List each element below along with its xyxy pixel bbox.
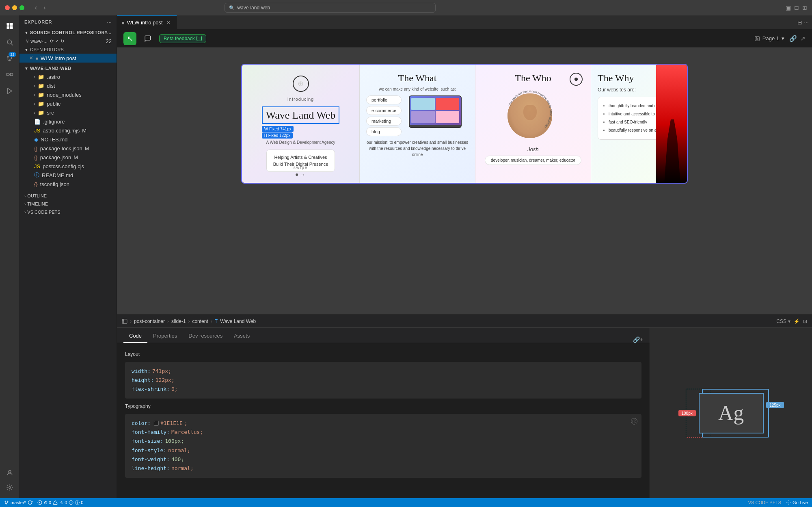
- activity-search[interactable]: [2, 35, 17, 50]
- folder-node-modules[interactable]: › 📁 node_modules: [19, 90, 117, 99]
- prop-color-semicolon: ;: [184, 419, 188, 428]
- page-selector-area: Page 1 ▾: [754, 35, 784, 41]
- source-control-section[interactable]: ▼ SOURCE CONTROL REPOSITORY...: [19, 28, 117, 37]
- back-button[interactable]: ‹: [32, 3, 39, 12]
- beta-feedback-badge[interactable]: Beta feedback ↑: [159, 34, 206, 43]
- vs-code-pets-section[interactable]: › VS CODE PETS: [19, 208, 117, 216]
- layout-section-label: Layout: [125, 351, 641, 357]
- layout-icon[interactable]: ▣: [786, 4, 791, 11]
- file-astro-config[interactable]: JS astro.config.mjs M: [19, 126, 117, 135]
- split-editor-button[interactable]: ⊟: [797, 19, 802, 26]
- prop-color: color: #1E1E1E ;: [132, 419, 635, 428]
- file-gitignore[interactable]: 📄 .gitignore: [19, 117, 117, 126]
- font-preview-box: Ag: [699, 393, 764, 433]
- add-style-button[interactable]: +: [640, 336, 643, 343]
- tab-code[interactable]: Code: [123, 329, 147, 343]
- open-editors-section[interactable]: ▼ OPEN EDITORS: [19, 46, 117, 54]
- select-tool-button[interactable]: ↖: [123, 32, 136, 45]
- address-input[interactable]: [237, 5, 431, 11]
- activity-accounts[interactable]: [2, 466, 17, 480]
- properties-content: Layout width: 741px; height: 122px; flex…: [117, 343, 650, 498]
- tab-dot-icon: ■: [122, 20, 125, 25]
- canvas-area[interactable]: ⊕ Introducing Wave Land Web W Fixed 741p…: [117, 48, 812, 314]
- breadcrumb-more-button[interactable]: ⊡: [803, 318, 807, 324]
- activity-settings[interactable]: [2, 480, 17, 495]
- breadcrumb-filter-button[interactable]: ⚡: [794, 318, 800, 324]
- carousel-preview: ⊕ Introducing Wave Land Web W Fixed 741p…: [241, 64, 688, 184]
- breadcrumb-bar: › post-container › slide-1 › content › T…: [117, 314, 812, 327]
- activity-extensions[interactable]: [2, 67, 17, 82]
- link-button[interactable]: 🔗: [789, 35, 797, 42]
- folder-astro[interactable]: › 📁 .astro: [19, 72, 117, 81]
- activity-source-control[interactable]: 22: [2, 51, 17, 66]
- prop-font-weight: font-weight: 400;: [132, 455, 635, 464]
- folder-icon: 📁: [38, 74, 44, 80]
- css-toggle-button[interactable]: CSS ▾: [776, 318, 790, 324]
- status-branch[interactable]: master*: [4, 500, 32, 505]
- prop-font-family-key: font-family:: [132, 428, 170, 437]
- activity-explorer[interactable]: [2, 19, 17, 33]
- sidebar-more-button[interactable]: ···: [107, 19, 112, 25]
- outline-section[interactable]: › OUTLINE: [19, 192, 117, 200]
- close-button[interactable]: [5, 5, 10, 10]
- tab-close-button[interactable]: ✕: [165, 20, 172, 26]
- file-name-notes: NOTES.md: [41, 136, 67, 143]
- go-live-button[interactable]: Go Live: [786, 500, 808, 505]
- file-tsconfig[interactable]: {} tsconfig.json: [19, 180, 117, 188]
- maximize-button[interactable]: [19, 5, 24, 10]
- split-icon[interactable]: ⊟: [794, 4, 799, 11]
- breadcrumb-icon: [122, 318, 127, 324]
- slide-3: The Who The sky's the limit when creativ: [475, 65, 591, 183]
- more-actions-button[interactable]: ···: [804, 19, 809, 26]
- page-selector-button[interactable]: Page 1 ▾: [762, 35, 784, 41]
- open-editors-label: OPEN EDITORS: [30, 47, 64, 52]
- status-errors[interactable]: ⊘ 0 ⚠ 0 ⓘ 0: [37, 500, 84, 506]
- wave-land-web-section[interactable]: ▼ WAVE-LAND-WEB: [19, 64, 117, 72]
- folder-dist[interactable]: › 📁 dist: [19, 81, 117, 90]
- activity-run[interactable]: [2, 84, 17, 98]
- helping-line1: Helping Artists & Creatives: [274, 155, 327, 160]
- tab-assets[interactable]: Assets: [228, 329, 255, 343]
- file-package[interactable]: {} package.json M: [19, 153, 117, 162]
- svg-rect-16: [122, 319, 127, 323]
- timeline-section[interactable]: › TIMELINE: [19, 200, 117, 208]
- info-icon[interactable]: ⓘ: [631, 418, 637, 425]
- file-package-lock[interactable]: {} package-lock.json M: [19, 144, 117, 153]
- pill-blog: blog: [366, 127, 402, 136]
- modified-m-astro: M: [82, 128, 86, 134]
- forward-button[interactable]: ›: [41, 3, 48, 12]
- phone-silhouette: [664, 119, 680, 184]
- modified-m-pkg: M: [73, 154, 78, 160]
- file-name-ts: tsconfig.json: [40, 181, 69, 187]
- address-bar[interactable]: 🔍: [225, 3, 436, 13]
- file-notes[interactable]: ◆ NOTES.md: [19, 135, 117, 144]
- source-control-branch[interactable]: ⑂ wave-... ⟳ ✓ ↻ 22: [19, 37, 117, 46]
- open-editor-wlw[interactable]: ✕ ■ WLW intro post: [19, 54, 117, 63]
- folder-public[interactable]: › 📁 public: [19, 99, 117, 108]
- share-button[interactable]: ↗: [800, 35, 806, 42]
- arc-text-svg: The sky's the limit when creative minds …: [504, 87, 555, 138]
- file-readme[interactable]: ⓘ README.md: [19, 171, 117, 180]
- phone-screen: [656, 65, 688, 184]
- svg-rect-1: [10, 23, 13, 26]
- folder-icon-dist: 📁: [38, 83, 44, 89]
- comment-tool-button[interactable]: [141, 32, 154, 45]
- prop-width-key: width:: [132, 367, 151, 376]
- typography-section-label: Typography: [125, 403, 641, 409]
- svg-point-6: [7, 56, 9, 57]
- minimize-button[interactable]: [12, 5, 17, 10]
- close-file-icon[interactable]: ✕: [29, 55, 33, 61]
- link-props-button[interactable]: 🔗: [633, 336, 640, 343]
- breadcrumb-slide-1: slide-1: [171, 318, 186, 324]
- chevron-right-icon-pub: ›: [34, 102, 35, 106]
- tab-properties[interactable]: Properties: [147, 329, 183, 343]
- pill-portfolio: portfolio: [366, 95, 402, 104]
- file-icon-notes: ◆: [34, 136, 38, 143]
- file-postcss[interactable]: JS postcss.config.cjs: [19, 162, 117, 171]
- file-icon-pkg: {}: [34, 154, 38, 160]
- tab-wlw-intro[interactable]: ■ WLW intro post ✕: [117, 15, 177, 30]
- tab-dev-resources[interactable]: Dev resources: [183, 329, 228, 343]
- chevron-icon-editors: ▼: [24, 48, 28, 52]
- folder-src[interactable]: › 📁 src: [19, 108, 117, 117]
- grid-icon[interactable]: ⊞: [802, 4, 807, 11]
